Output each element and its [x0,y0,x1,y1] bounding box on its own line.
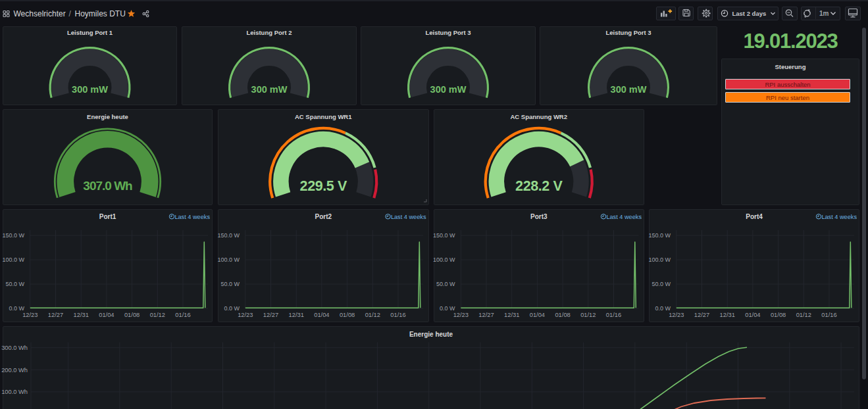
svg-text:/: / [69,9,72,18]
svg-text:19.01.2023: 19.01.2023 [743,30,838,53]
svg-text:Wechselrichter: Wechselrichter [14,9,66,18]
svg-text:Hoymiles DTU: Hoymiles DTU [75,9,126,18]
